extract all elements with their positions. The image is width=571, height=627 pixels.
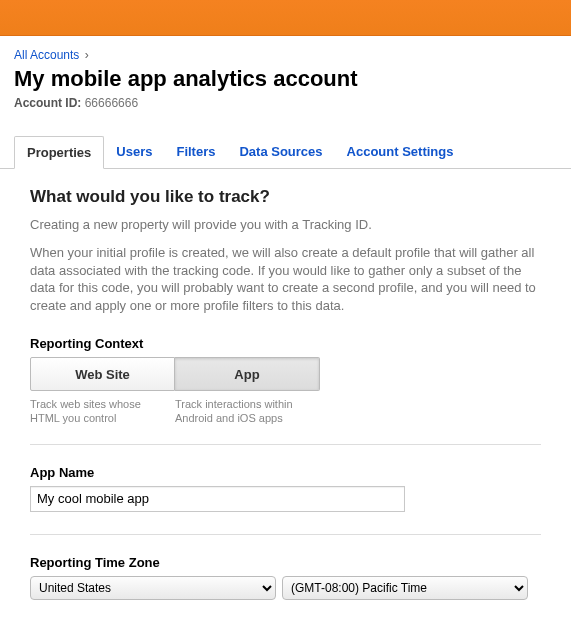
context-website-desc: Track web sites whose HTML you control xyxy=(30,397,175,426)
app-name-input[interactable] xyxy=(30,486,405,512)
breadcrumb-separator: › xyxy=(83,48,89,62)
header: All Accounts › My mobile app analytics a… xyxy=(0,36,571,118)
tab-account-settings[interactable]: Account Settings xyxy=(335,136,466,168)
account-id-label: Account ID: xyxy=(14,96,81,110)
timezone-label: Reporting Time Zone xyxy=(30,555,541,570)
timezone-zone-select[interactable]: (GMT-08:00) Pacific Time xyxy=(282,576,528,600)
breadcrumb-all-accounts[interactable]: All Accounts xyxy=(14,48,79,62)
timezone-country-select[interactable]: United States xyxy=(30,576,276,600)
tab-users[interactable]: Users xyxy=(104,136,164,168)
account-id-line: Account ID: 66666666 xyxy=(14,96,557,110)
reporting-context-label: Reporting Context xyxy=(30,336,541,351)
breadcrumb: All Accounts › xyxy=(14,48,557,62)
reporting-context-toggle: Web Site App xyxy=(30,357,541,391)
context-desc-row: Track web sites whose HTML you control T… xyxy=(30,397,541,426)
tab-data-sources[interactable]: Data Sources xyxy=(227,136,334,168)
tab-properties[interactable]: Properties xyxy=(14,136,104,169)
form-heading: What would you like to track? xyxy=(30,187,541,207)
timezone-row: United States (GMT-08:00) Pacific Time xyxy=(30,576,541,600)
divider xyxy=(30,444,541,445)
context-app-button[interactable]: App xyxy=(175,357,320,391)
top-bar xyxy=(0,0,571,36)
page-title: My mobile app analytics account xyxy=(14,66,557,92)
account-id-value: 66666666 xyxy=(85,96,138,110)
tabs: Properties Users Filters Data Sources Ac… xyxy=(0,136,571,169)
divider xyxy=(30,534,541,535)
context-app-desc: Track interactions within Android and iO… xyxy=(175,397,320,426)
tab-filters[interactable]: Filters xyxy=(164,136,227,168)
app-name-label: App Name xyxy=(30,465,541,480)
intro-text-2: When your initial profile is created, we… xyxy=(30,244,541,314)
context-website-button[interactable]: Web Site xyxy=(30,357,175,391)
content: What would you like to track? Creating a… xyxy=(0,169,571,627)
intro-text-1: Creating a new property will provide you… xyxy=(30,217,541,232)
